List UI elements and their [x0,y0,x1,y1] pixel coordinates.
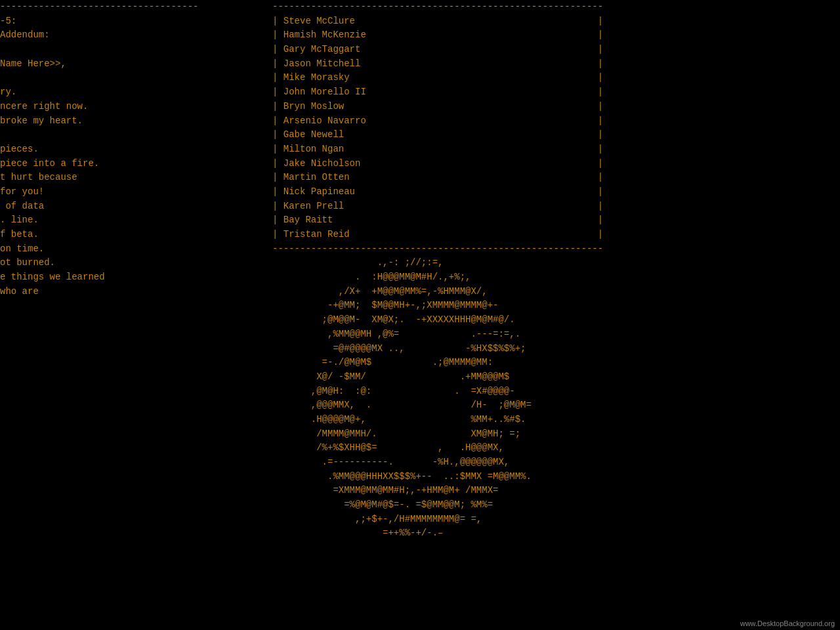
watermark: www.DesktopBackground.org [740,620,835,627]
left-panel: ------------------------------------ -5:… [0,0,272,630]
right-panel: ----------------------------------------… [272,0,840,630]
left-text: ------------------------------------ -5:… [0,0,272,630]
right-text: ----------------------------------------… [272,0,840,541]
terminal-container: ------------------------------------ -5:… [0,0,840,630]
